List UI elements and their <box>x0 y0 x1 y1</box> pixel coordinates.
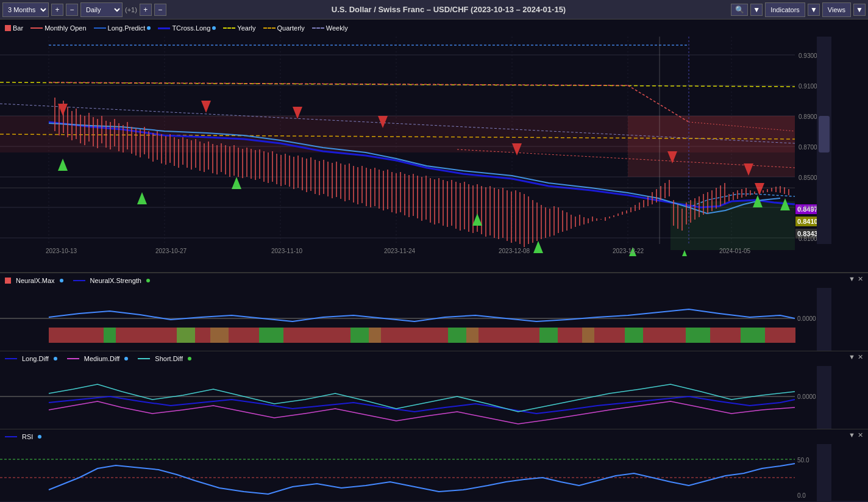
svg-rect-255 <box>314 328 350 343</box>
svg-rect-262 <box>478 328 515 343</box>
legend-quarterly-item: Quarterly <box>263 24 305 32</box>
svg-text:0.9100: 0.9100 <box>799 83 817 90</box>
svg-text:2023-11-24: 2023-11-24 <box>384 248 416 254</box>
diff-controls: ▼ ✕ <box>848 353 863 361</box>
svg-rect-285 <box>817 444 831 501</box>
medium-diff-line-icon <box>67 358 79 359</box>
diff-close-btn[interactable]: ✕ <box>858 353 863 361</box>
svg-rect-247 <box>116 328 152 343</box>
rsi-close-btn[interactable]: ✕ <box>858 431 863 439</box>
rsi-dot <box>38 435 41 439</box>
svg-text:0.0000: 0.0000 <box>797 393 816 400</box>
neuralx-strength-label: NeuralX.Strength <box>90 277 141 284</box>
svg-text:0.8900: 0.8900 <box>799 113 817 120</box>
svg-rect-280 <box>0 444 831 501</box>
plus1-label: (+1) <box>125 6 137 13</box>
svg-rect-250 <box>195 328 210 343</box>
long-diff-dot <box>54 357 57 360</box>
svg-rect-264 <box>539 328 558 343</box>
svg-rect-245 <box>85 328 104 343</box>
neuralx-panel: NeuralX.Max NeuralX.Strength ▼ ✕ 0.0000 <box>0 273 868 351</box>
period-plus-btn[interactable]: + <box>51 4 63 16</box>
legend-yearly-item: Yearly <box>223 24 255 32</box>
svg-rect-275 <box>817 288 831 351</box>
legend-weekly-label: Weekly <box>326 24 348 32</box>
neuralx-max-icon <box>5 278 11 284</box>
rsi-collapse-btn[interactable]: ▼ <box>848 431 855 439</box>
neuralx-strength-dot <box>146 279 150 282</box>
svg-rect-256 <box>350 328 369 343</box>
svg-rect-253 <box>259 328 283 343</box>
svg-text:0.8100: 0.8100 <box>799 235 817 242</box>
svg-text:0.0: 0.0 <box>797 492 806 499</box>
svg-text:0.8410: 0.8410 <box>797 218 818 225</box>
svg-text:2023-11-10: 2023-11-10 <box>271 248 303 254</box>
rsi-label: RSI <box>22 433 33 440</box>
neuralx-chart-svg: 0.0000 <box>0 288 831 351</box>
svg-rect-257 <box>369 328 381 343</box>
neuralx-header: NeuralX.Max NeuralX.Strength ▼ ✕ <box>0 273 868 288</box>
svg-text:2023-10-27: 2023-10-27 <box>155 248 187 254</box>
search-btn[interactable]: 🔍 <box>731 4 748 16</box>
neuralx-max-label: NeuralX.Max <box>16 277 55 284</box>
svg-text:0.9300: 0.9300 <box>799 52 817 59</box>
main-chart-wrapper[interactable]: 0.8497 0.8410 0.8343 0.9300 0.9100 0.890… <box>0 37 868 273</box>
neuralx-max-dot <box>60 279 63 282</box>
toolbar: 3 Months 6 Months 1 Year + − Daily Weekl… <box>0 0 868 20</box>
diff-panel: Long.Diff Medium.Diff Short.Diff ▼ ✕ 0.0… <box>0 351 868 429</box>
legend-monthly-item: Monthly Open <box>30 24 86 32</box>
medium-diff-label: Medium.Diff <box>84 355 119 362</box>
svg-rect-248 <box>152 328 177 343</box>
svg-text:0.0000: 0.0000 <box>797 315 816 322</box>
svg-rect-265 <box>558 328 582 343</box>
legend-tcross-item: TCross.Long <box>158 24 216 32</box>
legend-quarterly-label: Quarterly <box>277 24 305 32</box>
svg-text:0.8500: 0.8500 <box>799 174 817 181</box>
svg-text:0.8700: 0.8700 <box>799 144 817 151</box>
rsi-controls: ▼ ✕ <box>848 431 863 439</box>
svg-rect-274 <box>765 328 795 343</box>
main-chart-svg[interactable]: 0.8497 0.8410 0.8343 0.9300 0.9100 0.890… <box>0 37 831 256</box>
svg-text:50.0: 50.0 <box>797 457 809 464</box>
period-select[interactable]: 3 Months 6 Months 1 Year <box>2 2 49 17</box>
svg-rect-269 <box>643 328 667 343</box>
svg-rect-261 <box>466 328 478 343</box>
legend-monthly-label: Monthly Open <box>44 24 86 32</box>
offset-minus-btn[interactable]: − <box>154 4 166 16</box>
long-diff-line-icon <box>5 358 17 359</box>
views-dropdown-btn[interactable]: ▼ <box>853 4 866 16</box>
legend-yearly-label: Yearly <box>237 24 255 32</box>
period-minus-btn[interactable]: − <box>66 4 78 16</box>
neuralx-collapse-btn[interactable]: ▼ <box>848 275 855 283</box>
views-btn[interactable]: Views <box>822 2 851 17</box>
legend-longpredict-item: Long.Predict <box>94 24 151 32</box>
rsi-panel: RSI ▼ ✕ 50.0 0.0 <box>0 429 868 501</box>
svg-rect-271 <box>686 328 710 343</box>
indicators-dropdown-btn[interactable]: ▼ <box>808 4 820 16</box>
svg-rect-244 <box>49 328 85 343</box>
rsi-chart-svg: 50.0 0.0 <box>0 444 831 501</box>
svg-rect-263 <box>515 328 539 343</box>
svg-rect-251 <box>210 328 229 343</box>
offset-plus-btn[interactable]: + <box>140 4 152 16</box>
rsi-header: RSI ▼ ✕ <box>0 429 868 444</box>
neuralx-strength-line-icon <box>73 280 85 281</box>
diff-collapse-btn[interactable]: ▼ <box>848 353 855 361</box>
long-predict-dot <box>147 26 151 30</box>
interval-select[interactable]: Daily Weekly Monthly <box>80 2 123 17</box>
rsi-line-icon <box>5 436 17 437</box>
svg-text:2023-10-13: 2023-10-13 <box>46 248 77 254</box>
indicators-btn[interactable]: Indicators <box>765 2 805 17</box>
svg-rect-273 <box>741 328 765 343</box>
legend-tcross-label: TCross.Long <box>172 24 210 32</box>
search-dropdown-btn[interactable]: ▼ <box>750 4 763 16</box>
legend-weekly-item: Weekly <box>312 24 348 32</box>
svg-rect-267 <box>594 328 625 343</box>
tcross-long-icon <box>158 27 170 29</box>
svg-rect-252 <box>229 328 259 343</box>
svg-rect-258 <box>381 328 424 343</box>
svg-rect-246 <box>104 328 116 343</box>
neuralx-close-btn[interactable]: ✕ <box>858 275 863 283</box>
svg-rect-254 <box>283 328 314 343</box>
monthly-open-icon <box>30 27 43 29</box>
